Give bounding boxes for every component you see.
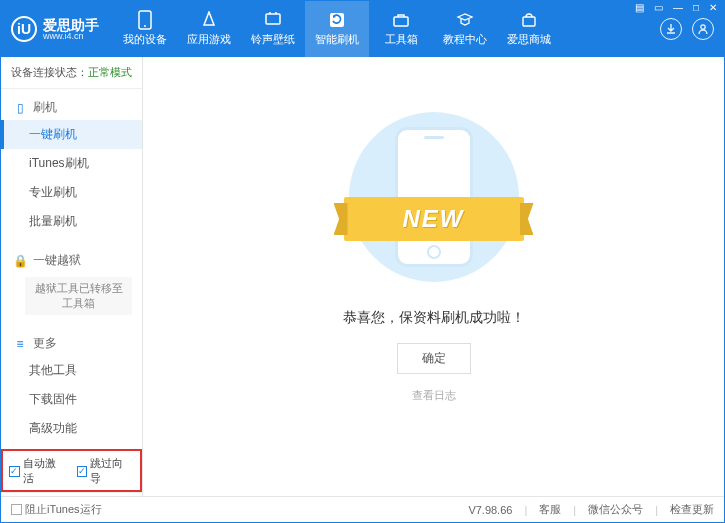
lock-icon: 🔒 bbox=[13, 254, 27, 268]
success-illustration: NEW bbox=[334, 107, 534, 287]
section-flash: ▯ 刷机 一键刷机 iTunes刷机 专业刷机 批量刷机 bbox=[1, 89, 142, 242]
nav-apps[interactable]: 应用游戏 bbox=[177, 1, 241, 57]
header: iU 爱思助手 www.i4.cn 我的设备 应用游戏 铃声壁纸 智能刷机 bbox=[1, 1, 724, 57]
checkbox-icon: ✓ bbox=[77, 466, 88, 477]
nav-my-device[interactable]: 我的设备 bbox=[113, 1, 177, 57]
section-jailbreak-head[interactable]: 🔒 一键越狱 bbox=[1, 248, 142, 273]
main-nav: 我的设备 应用游戏 铃声壁纸 智能刷机 工具箱 教程中心 bbox=[113, 1, 660, 57]
sidebar-item-firmware[interactable]: 下载固件 bbox=[1, 385, 142, 414]
logo-icon: iU bbox=[11, 16, 37, 42]
ok-button[interactable]: 确定 bbox=[397, 343, 471, 374]
section-jailbreak: 🔒 一键越狱 越狱工具已转移至工具箱 bbox=[1, 242, 142, 325]
section-more-head[interactable]: ≡ 更多 bbox=[1, 331, 142, 356]
svg-point-6 bbox=[701, 25, 705, 29]
update-link[interactable]: 检查更新 bbox=[670, 502, 714, 517]
option-checks: ✓ 自动激活 ✓ 跳过向导 bbox=[1, 449, 142, 492]
app-window: ▤ ▭ — □ ✕ iU 爱思助手 www.i4.cn 我的设备 应用游戏 铃声 bbox=[0, 0, 725, 523]
body: 设备连接状态：正常模式 ▯ 刷机 一键刷机 iTunes刷机 专业刷机 批量刷机… bbox=[1, 57, 724, 496]
connection-status: 设备连接状态：正常模式 bbox=[1, 57, 142, 89]
checkbox-icon bbox=[11, 504, 22, 515]
phone-icon: ▯ bbox=[13, 101, 27, 115]
sidebar: 设备连接状态：正常模式 ▯ 刷机 一键刷机 iTunes刷机 专业刷机 批量刷机… bbox=[1, 57, 143, 496]
lock-icon[interactable]: ▭ bbox=[652, 2, 665, 13]
sidebar-item-other[interactable]: 其他工具 bbox=[1, 356, 142, 385]
footer-right: V7.98.66 | 客服 | 微信公众号 | 检查更新 bbox=[468, 502, 714, 517]
store-icon bbox=[520, 11, 538, 29]
nav-tools[interactable]: 工具箱 bbox=[369, 1, 433, 57]
nav-store[interactable]: 爱思商城 bbox=[497, 1, 561, 57]
more-icon: ≡ bbox=[13, 337, 27, 351]
header-right bbox=[660, 18, 724, 40]
sidebar-item-pro[interactable]: 专业刷机 bbox=[1, 178, 142, 207]
svg-point-1 bbox=[144, 25, 146, 27]
sidebar-item-itunes[interactable]: iTunes刷机 bbox=[1, 149, 142, 178]
minimize-icon[interactable]: — bbox=[671, 2, 685, 13]
sidebar-item-oneclick[interactable]: 一键刷机 bbox=[1, 120, 142, 149]
sidebar-item-advanced[interactable]: 高级功能 bbox=[1, 414, 142, 443]
window-controls: ▤ ▭ — □ ✕ bbox=[633, 2, 719, 13]
device-icon bbox=[136, 11, 154, 29]
section-flash-head[interactable]: ▯ 刷机 bbox=[1, 95, 142, 120]
ringtone-icon bbox=[264, 11, 282, 29]
footer-left: 阻止iTunes运行 bbox=[11, 502, 102, 517]
svg-rect-5 bbox=[523, 17, 535, 26]
checkbox-icon: ✓ bbox=[9, 466, 20, 477]
flash-icon bbox=[328, 11, 346, 29]
check-block-itunes[interactable]: 阻止iTunes运行 bbox=[11, 502, 102, 517]
wechat-link[interactable]: 微信公众号 bbox=[588, 502, 643, 517]
maximize-icon[interactable]: □ bbox=[691, 2, 701, 13]
nav-ringtones[interactable]: 铃声壁纸 bbox=[241, 1, 305, 57]
nav-tutorials[interactable]: 教程中心 bbox=[433, 1, 497, 57]
check-skip-guide[interactable]: ✓ 跳过向导 bbox=[77, 456, 135, 486]
apps-icon bbox=[200, 11, 218, 29]
download-button[interactable] bbox=[660, 18, 682, 40]
toolbox-icon bbox=[392, 11, 410, 29]
app-url: www.i4.cn bbox=[43, 32, 99, 41]
close-icon[interactable]: ✕ bbox=[707, 2, 719, 13]
svg-rect-4 bbox=[394, 17, 408, 26]
new-ribbon: NEW bbox=[344, 197, 524, 241]
check-auto-activate[interactable]: ✓ 自动激活 bbox=[9, 456, 67, 486]
logo: iU 爱思助手 www.i4.cn bbox=[1, 1, 113, 57]
jailbreak-note: 越狱工具已转移至工具箱 bbox=[25, 277, 132, 315]
main-content: NEW 恭喜您，保资料刷机成功啦！ 确定 查看日志 bbox=[143, 57, 724, 496]
tutorial-icon bbox=[456, 11, 474, 29]
app-title: 爱思助手 bbox=[43, 18, 99, 32]
footer: 阻止iTunes运行 V7.98.66 | 客服 | 微信公众号 | 检查更新 bbox=[1, 496, 724, 522]
menu-icon[interactable]: ▤ bbox=[633, 2, 646, 13]
sidebar-item-batch[interactable]: 批量刷机 bbox=[1, 207, 142, 236]
view-log-link[interactable]: 查看日志 bbox=[412, 388, 456, 403]
version-label: V7.98.66 bbox=[468, 504, 512, 516]
success-message: 恭喜您，保资料刷机成功啦！ bbox=[343, 309, 525, 327]
nav-flash[interactable]: 智能刷机 bbox=[305, 1, 369, 57]
user-button[interactable] bbox=[692, 18, 714, 40]
service-link[interactable]: 客服 bbox=[539, 502, 561, 517]
section-more: ≡ 更多 其他工具 下载固件 高级功能 bbox=[1, 325, 142, 449]
svg-rect-2 bbox=[266, 14, 280, 24]
